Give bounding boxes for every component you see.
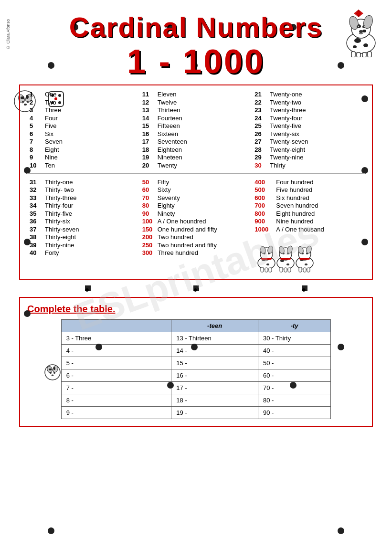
num-37: 37: [30, 226, 45, 233]
svg-rect-56: [280, 267, 283, 272]
number-row-23: 23 Twenty-three: [254, 106, 362, 114]
word-29: Twenty-nine: [270, 154, 303, 161]
number-row-17: 17 Seventeen: [142, 138, 250, 145]
word-3: Three: [45, 106, 61, 114]
number-row-11: 11 Eleven: [142, 91, 250, 98]
number-row-70: 70 Seventy: [142, 194, 250, 201]
word-20: Twenty: [158, 162, 177, 169]
number-row-9: 9 Nine: [30, 154, 138, 161]
num-500: 500: [254, 186, 276, 193]
num-38: 38: [30, 233, 45, 241]
column-50-300: 50 Fifty 60 Sixty 70 Seventy 80 Eighty 9…: [140, 177, 253, 275]
number-row-1000: 1000 A / One thousand: [254, 226, 362, 233]
word-15: Fifteeen: [158, 122, 180, 129]
word-4: Four: [45, 115, 58, 122]
num-250: 250: [142, 242, 158, 249]
dot-18: [167, 382, 174, 389]
word-17: Seventeen: [158, 138, 187, 145]
number-row-800: 800 Eight hundred: [254, 210, 362, 217]
svg-point-42: [266, 263, 269, 265]
number-row-60: 60 Sixty: [142, 186, 250, 193]
word-8: Eight: [45, 146, 59, 153]
word-100: A / One houndred: [158, 218, 206, 225]
word-34: Thirty-four: [45, 202, 73, 209]
number-row-28: 28 Twenty-eight: [254, 146, 362, 153]
number-row-7: 7 Seven: [30, 138, 138, 145]
svg-point-64: [306, 253, 308, 254]
number-row-6: 6 Six: [30, 130, 138, 137]
subtitle: 1 - 1000: [5, 42, 387, 81]
word-21: Twenty-one: [270, 91, 302, 98]
table-cell: 5 -: [61, 357, 171, 369]
svg-rect-70: [307, 268, 310, 272]
column-31-40: 31 Thirty-one 32 Thirty- two 33 Thirty-t…: [27, 177, 140, 275]
num-50: 50: [142, 179, 158, 186]
number-row-12: 12 Twelve: [142, 99, 250, 106]
number-row-4: 4 Four: [30, 115, 138, 122]
number-row-26: 26 Twenty-six: [254, 130, 362, 137]
word-16: Sixteen: [158, 130, 178, 137]
word-10: Ten: [45, 162, 55, 169]
number-row-18: 18 Eighteen: [142, 146, 250, 153]
num-1000: 1000: [254, 226, 276, 233]
num-21: 21: [254, 91, 270, 98]
svg-rect-58: [288, 268, 291, 272]
number-row-29: 29 Twenty-nine: [254, 154, 362, 161]
num-2: 2: [30, 99, 45, 106]
word-26: Twenty-six: [270, 130, 299, 137]
title-area: Cardinal Numbers 1 - 1000: [5, 12, 387, 81]
column-400-1000: 400 Four hundred 500 Five hundred 600 Si…: [252, 177, 365, 275]
num-300: 300: [142, 249, 158, 256]
svg-point-74: [49, 368, 52, 370]
num-150: 150: [142, 226, 158, 233]
number-row-39: 39 Thirty-nine: [30, 242, 138, 249]
svg-point-63: [302, 253, 304, 254]
column-11-20: 11 Eleven 12 Twelve 13 Thirteen 14 Fourt…: [140, 89, 253, 171]
num-200: 200: [142, 233, 158, 241]
number-row-300: 300 Three hundred: [142, 249, 250, 256]
number-row-100: 100 A / One houndred: [142, 218, 250, 225]
num-40: 40: [30, 249, 45, 256]
word-70: Seventy: [158, 194, 180, 201]
word-5: Five: [45, 122, 57, 129]
num-24: 24: [254, 115, 270, 122]
number-row-27: 27 Twenty-seven: [254, 138, 362, 145]
num-90: 90: [142, 210, 158, 217]
page: © Clara Afonso: [0, 0, 392, 558]
number-row-21: 21 Twenty-one: [254, 91, 362, 98]
dot-10: [24, 310, 31, 317]
sep-dot-1: ●: [85, 285, 91, 291]
svg-rect-55: [280, 258, 291, 260]
word-31: Thirty-one: [45, 179, 73, 186]
svg-point-40: [268, 253, 270, 254]
table-row: 6 -16 -60 -: [61, 369, 331, 381]
table-cell: 40 -: [258, 344, 330, 357]
word-150: One hundred and fifty: [158, 226, 217, 233]
col-header-ty: -ty: [258, 319, 330, 332]
word-500: Five hundred: [276, 186, 312, 193]
num-60: 60: [142, 186, 158, 193]
num-80: 80: [142, 202, 158, 209]
table-cell: 18 -: [171, 394, 258, 406]
num-11: 11: [142, 91, 158, 98]
word-1: One: [45, 91, 57, 98]
number-row-150: 150 One hundred and fifty: [142, 226, 250, 233]
word-35: Thirty-five: [45, 210, 72, 217]
svg-rect-68: [299, 267, 302, 272]
svg-point-54: [286, 263, 289, 265]
word-13: Thirteen: [158, 106, 180, 114]
word-18: Eighteen: [158, 146, 182, 153]
table-cell: 9 -: [61, 406, 171, 419]
svg-point-66: [305, 263, 307, 265]
number-row-25: 25 Twenty-five: [254, 122, 362, 129]
word-37: Thirty-seven: [45, 226, 79, 233]
table-row: 9 -19 -90 -: [61, 406, 331, 419]
svg-point-77: [53, 372, 55, 374]
sep-dot-2: ●: [193, 285, 199, 291]
number-row-34: 34 Thirty-four: [30, 202, 138, 209]
num-600: 600: [254, 194, 276, 201]
num-28: 28: [254, 146, 270, 153]
complete-table-title: Complete the table.: [27, 304, 365, 315]
number-row-40: 40 Forty: [30, 249, 138, 256]
numbers-grid-1-30: 1 One 2 Two 3 Three 4 Four 5 Five: [27, 89, 365, 171]
